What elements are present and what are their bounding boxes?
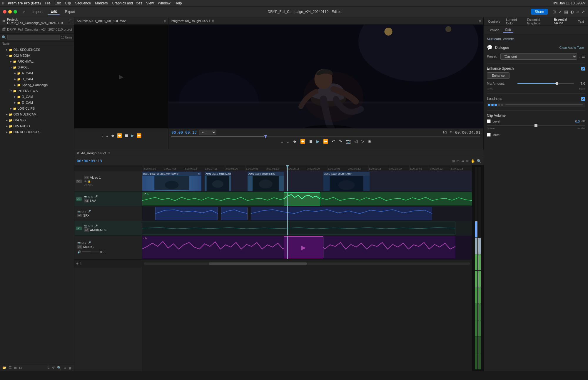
play-button[interactable]: ▶ [316,139,320,144]
a1-solo-icon[interactable]: S [91,195,93,198]
preset-save-icon[interactable]: ↓ [579,54,581,58]
a3-solo-icon[interactable]: S [91,225,93,228]
v1-eye-icon[interactable]: 👁 [84,180,87,183]
maximize-icon[interactable]: ⤢ [582,9,585,14]
slip-icon[interactable]: ⬌ [461,159,464,163]
tree-item-005-audio[interactable]: ▶ 📁 005 AUDIO [0,123,74,129]
program-monitor-menu[interactable]: ≡ [479,19,481,23]
tree-item-archival[interactable]: ▶ 📁 ARCHIVAL [0,58,74,64]
a2-solo-icon[interactable]: S [85,210,86,213]
apple-menu[interactable]:  [2,1,4,5]
video-clip-b001[interactable]: B001_B002_0815CS.mov [200%] fx [142,172,201,191]
menu-help[interactable]: Help [175,1,182,5]
level-slider-thumb[interactable] [534,124,537,127]
tab-essential-graphics[interactable]: Essential Graphics [524,17,551,26]
tree-item-acam[interactable]: ▶ 📁 A_CAM [0,70,74,76]
icon-view-icon[interactable]: ⊞ [14,365,17,370]
import-button[interactable]: Import [29,9,45,15]
step-back-button[interactable]: ⏪ [117,133,122,138]
sync-lock-v1[interactable]: V1 [76,180,82,183]
v1-prev-icon[interactable]: ◁ [84,183,86,187]
panels-icon[interactable]: ▤ [564,9,568,14]
lav-selected-clip[interactable] [284,192,320,205]
tab-essential-sound[interactable]: Essential Sound [551,16,575,26]
app-name[interactable]: Premiere Pro (Beta) [8,1,41,5]
home-icon[interactable]: ⌂ [23,9,25,14]
sequence-menu[interactable]: ≡ [108,151,110,155]
menu-edit[interactable]: Edit [55,1,61,5]
tree-item-001-sequences[interactable]: ▶ 📁 001 SEQUENCES [0,47,74,53]
mute-checkbox[interactable] [487,133,491,137]
mix-amount-slider[interactable] [517,83,574,84]
tree-item-006-resources[interactable]: ▶ 📁 006 RESOURCES [0,129,74,135]
scrollbar-thumb[interactable] [209,262,307,265]
settings-icon[interactable]: ⚙ [450,130,453,134]
add-button[interactable]: ⊕ [368,139,371,144]
a4-volume-slider[interactable] [82,252,99,252]
enhance-button[interactable]: Enhance [487,72,510,79]
export-icon[interactable]: ↗ [558,9,562,14]
search-input[interactable] [7,35,60,40]
tree-item-logclips[interactable]: ▶ 📁 LOG CLIPS [0,106,74,111]
mark-out-button[interactable]: ⌵ [106,133,108,138]
hand-tool-icon[interactable]: ✋ [471,159,475,163]
trim-next-button[interactable]: ▷ [361,139,364,144]
sfx-clip-1[interactable] [155,207,218,220]
tree-item-interviews[interactable]: ▼ 📁 INTERVIEWS [0,88,74,94]
fullscreen-window-button[interactable] [14,10,17,14]
overwrite-button[interactable]: ↷ [339,139,342,144]
level-checkbox[interactable] [487,119,491,123]
playback-bar[interactable] [171,136,480,137]
color-icon[interactable]: ◐ [570,9,574,14]
project-panel-menu[interactable]: ☰ [69,19,72,23]
step-back-button[interactable]: ⏪ [300,139,305,144]
go-in-button[interactable]: ⏮ [111,133,115,138]
mark-in-button[interactable]: ⌵ [281,139,283,144]
tab-text[interactable]: Text [575,19,587,24]
tree-item-bcam[interactable]: ▶ 📁 B_CAM [0,76,74,82]
menu-view[interactable]: View [146,1,154,5]
slider-thumb[interactable] [555,82,558,85]
find-icon[interactable]: 🔍 [56,365,62,370]
mark-in-button[interactable]: ⌵ [101,133,103,138]
menu-file[interactable]: File [45,1,50,5]
tree-item-broll[interactable]: ▼ 📁 B-ROLL [0,64,74,70]
enhance-speech-checkbox[interactable] [581,67,585,71]
fit-select[interactable]: Fit 25% 50% 75% 100% [199,130,216,135]
export-frame-button[interactable]: 📷 [346,139,351,144]
freeform-view-icon[interactable]: ⊟ [19,365,22,370]
a3-active-label[interactable]: A1 [76,227,82,230]
play-button[interactable]: ▶ [131,133,134,138]
a4-volume-icon[interactable]: 🔊 [77,250,81,254]
razor-icon[interactable]: ✂ [457,159,460,163]
close-window-button[interactable] [3,10,6,14]
list-view-icon[interactable]: ☰ [8,365,12,370]
project-panel-expand[interactable]: ≫ [2,19,6,23]
menu-sequence[interactable]: Sequence [75,1,91,5]
audio-icon[interactable]: ♫ [576,9,579,14]
v1-next-icon[interactable]: ▷ [91,183,93,187]
v1-lock-icon[interactable]: 🔒 [88,180,91,183]
clear-audio-type-button[interactable]: Clear Audio Type [558,45,585,50]
video-clip-a001-a011[interactable]: A001_A011_08153V.mov [205,172,231,191]
trim-prev-button[interactable]: ◁ [354,139,358,144]
video-clip-a001-a013[interactable]: A001_A013_0815FN.mov [323,172,370,191]
sfx-clip-3[interactable] [251,207,432,220]
tab-edit[interactable]: Edit [503,27,513,33]
delete-icon[interactable]: 🗑 [68,366,72,370]
tree-item-004-gfx[interactable]: ▶ 📁 004 GFX [0,117,74,123]
step-fwd-button[interactable]: ⏩ [323,139,328,144]
layout-icon[interactable]: ⊞ [552,9,556,14]
minimize-window-button[interactable] [8,10,12,14]
insert-button[interactable]: ↶ [332,139,335,144]
preset-options-icon[interactable]: ☰ [582,54,585,58]
sort-icon[interactable]: ⇅ [46,365,50,370]
automate-icon[interactable]: ↺ [51,365,55,370]
preset-select[interactable]: (Custom) [500,53,577,60]
a1-active-label[interactable]: A1 [76,197,82,201]
stop-button[interactable]: ⏹ [309,139,313,144]
edit-button[interactable]: Edit [48,9,60,15]
menu-clip[interactable]: Clip [65,1,71,5]
v1-sync-icon[interactable]: ⊙ [87,183,90,187]
tab-controls[interactable]: Controls [485,19,503,24]
